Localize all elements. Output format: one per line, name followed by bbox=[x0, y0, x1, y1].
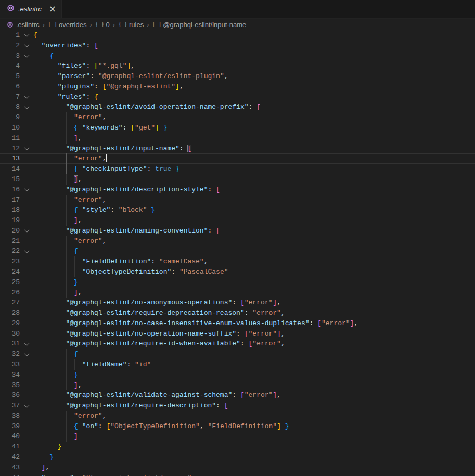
code-line-34[interactable]: 34 } bbox=[0, 370, 475, 380]
code-line-13[interactable]: 13 "error", bbox=[0, 153, 475, 164]
code-line-2[interactable]: 2 "overrides": [ bbox=[0, 41, 475, 51]
code-line-17[interactable]: 17 "error", bbox=[0, 195, 475, 205]
code-line-33[interactable]: 33 "fieldName": "id" bbox=[0, 359, 475, 370]
line-number[interactable]: 41 bbox=[0, 442, 20, 452]
code-line-25[interactable]: 25 } bbox=[0, 277, 475, 288]
code-line-31[interactable]: 31 "@graphql-eslint/require-id-when-avai… bbox=[0, 339, 475, 349]
code-line-5[interactable]: 5 "parser": "@graphql-eslint/eslint-plug… bbox=[0, 71, 475, 82]
line-number[interactable]: 10 bbox=[0, 123, 20, 133]
code-line-6[interactable]: 6 "plugins": ["@graphql-eslint"], bbox=[0, 82, 475, 92]
line-number[interactable]: 19 bbox=[0, 215, 20, 226]
fold-chevron-icon[interactable] bbox=[20, 349, 33, 359]
code-line-4[interactable]: 4 "files": ["*.gql"], bbox=[0, 61, 475, 71]
line-number[interactable]: 29 bbox=[0, 318, 20, 329]
breadcrumb-item-graphql-eslintinput-name[interactable]: [ ]@graphql-eslint/input-name bbox=[152, 21, 247, 29]
line-number[interactable]: 11 bbox=[0, 133, 20, 144]
code-line-39[interactable]: 39 { "on": ["ObjectTypeDefinition", "Fie… bbox=[0, 421, 475, 432]
line-number[interactable]: 42 bbox=[0, 452, 20, 462]
line-number[interactable]: 21 bbox=[0, 236, 20, 247]
code-line-30[interactable]: 30 "@graphql-eslint/no-operation-name-su… bbox=[0, 329, 475, 339]
fold-chevron-icon[interactable] bbox=[20, 144, 33, 154]
line-number[interactable]: 39 bbox=[0, 421, 20, 432]
line-number[interactable]: 4 bbox=[0, 61, 20, 71]
code-line-42[interactable]: 42 } bbox=[0, 452, 475, 462]
breadcrumb-item-eslintrc[interactable]: .eslintrc bbox=[7, 21, 40, 29]
code-line-7[interactable]: 7 "rules": { bbox=[0, 92, 475, 102]
line-number[interactable]: 43 bbox=[0, 462, 20, 473]
code-line-24[interactable]: 24 "ObjectTypeDefinition": "PascalCase" bbox=[0, 267, 475, 277]
code-line-23[interactable]: 23 "FieldDefinition": "camelCase", bbox=[0, 256, 475, 267]
code-line-29[interactable]: 29 "@graphql-eslint/no-case-insensitive-… bbox=[0, 318, 475, 329]
breadcrumb-item-rules[interactable]: { }rules bbox=[118, 21, 144, 29]
code-line-44[interactable]: 44 "parser": "@typescript-eslint/parser"… bbox=[0, 473, 475, 476]
code-line-21[interactable]: 21 "error", bbox=[0, 236, 475, 247]
line-number[interactable]: 40 bbox=[0, 431, 20, 442]
line-number[interactable]: 44 bbox=[0, 473, 20, 476]
line-number[interactable]: 17 bbox=[0, 195, 20, 205]
code-line-15[interactable]: 15 ], bbox=[0, 174, 475, 185]
code-line-10[interactable]: 10 { "keywords": ["get"] } bbox=[0, 123, 475, 133]
fold-chevron-icon[interactable] bbox=[20, 102, 33, 112]
fold-chevron-icon[interactable] bbox=[20, 401, 33, 411]
code-line-1[interactable]: 1{ bbox=[0, 30, 475, 41]
line-number[interactable]: 14 bbox=[0, 164, 20, 174]
code-line-11[interactable]: 11 ], bbox=[0, 133, 475, 144]
fold-chevron-icon[interactable] bbox=[20, 185, 33, 195]
fold-chevron-icon[interactable] bbox=[20, 92, 33, 102]
code-line-37[interactable]: 37 "@graphql-eslint/require-description"… bbox=[0, 401, 475, 411]
breadcrumb-item-0[interactable]: { }0 bbox=[95, 21, 110, 29]
line-number[interactable]: 24 bbox=[0, 267, 20, 277]
line-number[interactable]: 37 bbox=[0, 401, 20, 411]
line-number[interactable]: 36 bbox=[0, 390, 20, 401]
line-number[interactable]: 32 bbox=[0, 349, 20, 359]
line-number[interactable]: 22 bbox=[0, 246, 20, 256]
code-line-20[interactable]: 20 "@graphql-eslint/naming-convention": … bbox=[0, 226, 475, 236]
line-number[interactable]: 34 bbox=[0, 370, 20, 380]
breadcrumb-item-overrides[interactable]: [ ]overrides bbox=[48, 21, 86, 29]
code-line-40[interactable]: 40 ] bbox=[0, 431, 475, 442]
fold-chevron-icon[interactable] bbox=[20, 41, 33, 51]
line-number[interactable]: 16 bbox=[0, 185, 20, 195]
line-number[interactable]: 7 bbox=[0, 92, 20, 102]
fold-chevron-icon[interactable] bbox=[20, 246, 33, 256]
code-line-22[interactable]: 22 { bbox=[0, 246, 475, 256]
code-line-18[interactable]: 18 { "style": "block" } bbox=[0, 205, 475, 215]
tab-eslintrc[interactable]: .eslintrc × bbox=[0, 0, 62, 18]
code-line-32[interactable]: 32 { bbox=[0, 349, 475, 359]
line-number[interactable]: 6 bbox=[0, 82, 20, 92]
line-number[interactable]: 12 bbox=[0, 144, 20, 154]
fold-chevron-icon[interactable] bbox=[20, 226, 33, 236]
code-line-27[interactable]: 27 "@graphql-eslint/no-anonymous-operati… bbox=[0, 298, 475, 308]
line-number[interactable]: 30 bbox=[0, 329, 20, 339]
line-number[interactable]: 5 bbox=[0, 71, 20, 82]
line-number[interactable]: 18 bbox=[0, 205, 20, 215]
code-line-43[interactable]: 43 ], bbox=[0, 462, 475, 473]
line-number[interactable]: 8 bbox=[0, 102, 20, 112]
line-number[interactable]: 25 bbox=[0, 277, 20, 288]
code-line-3[interactable]: 3 { bbox=[0, 51, 475, 61]
line-number[interactable]: 38 bbox=[0, 411, 20, 421]
code-line-8[interactable]: 8 "@graphql-eslint/avoid-operation-name-… bbox=[0, 102, 475, 112]
code-line-38[interactable]: 38 "error", bbox=[0, 411, 475, 421]
line-number[interactable]: 13 bbox=[0, 153, 20, 164]
line-number[interactable]: 23 bbox=[0, 256, 20, 267]
code-line-16[interactable]: 16 "@graphql-eslint/description-style": … bbox=[0, 185, 475, 195]
fold-chevron-icon[interactable] bbox=[20, 30, 33, 41]
line-number[interactable]: 20 bbox=[0, 226, 20, 236]
line-number[interactable]: 35 bbox=[0, 380, 20, 391]
line-number[interactable]: 26 bbox=[0, 288, 20, 298]
code-line-12[interactable]: 12 "@graphql-eslint/input-name": [ bbox=[0, 144, 475, 154]
code-line-9[interactable]: 9 "error", bbox=[0, 112, 475, 123]
code-line-41[interactable]: 41 } bbox=[0, 442, 475, 452]
line-number[interactable]: 31 bbox=[0, 339, 20, 349]
line-number[interactable]: 3 bbox=[0, 51, 20, 61]
line-number[interactable]: 2 bbox=[0, 41, 20, 51]
line-number[interactable]: 28 bbox=[0, 308, 20, 318]
code-line-14[interactable]: 14 { "checkInputType": true } bbox=[0, 164, 475, 174]
code-line-26[interactable]: 26 ], bbox=[0, 288, 475, 298]
fold-chevron-icon[interactable] bbox=[20, 51, 33, 61]
line-number[interactable]: 27 bbox=[0, 298, 20, 308]
line-number[interactable]: 15 bbox=[0, 174, 20, 185]
code-line-19[interactable]: 19 ], bbox=[0, 215, 475, 226]
line-number[interactable]: 33 bbox=[0, 359, 20, 370]
